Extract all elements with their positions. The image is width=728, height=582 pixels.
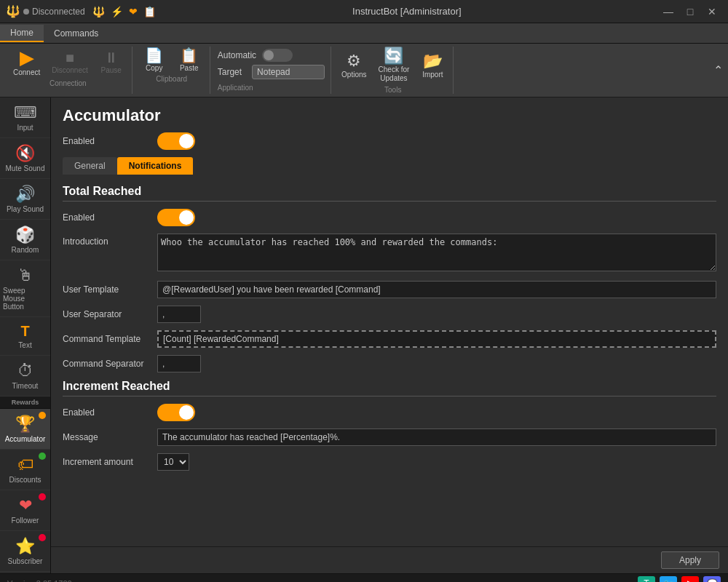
total-reached-toggle-knob xyxy=(179,210,194,225)
paste-button[interactable]: 📋 Paste xyxy=(173,47,205,73)
title-status-icons: 🔱 ⚡ ❤ 📋 xyxy=(92,6,156,17)
import-button[interactable]: 📂 Import xyxy=(416,52,448,80)
sidebar-item-follower[interactable]: ❤ Follower xyxy=(0,490,50,531)
sidebar-item-timeout[interactable]: ⏱ Timeout xyxy=(0,356,50,396)
sidebar-item-discounts-label: Discounts xyxy=(9,476,41,484)
sidebar-item-timeout-label: Timeout xyxy=(12,382,39,390)
menu-item-home[interactable]: Home xyxy=(0,25,44,42)
disconnect-button[interactable]: ■ Disconnect xyxy=(47,49,92,76)
sidebar-item-accumulator[interactable]: 🏆 Accumulator xyxy=(0,409,50,450)
subscriber-icon: ⭐ xyxy=(15,537,35,556)
message-input[interactable] xyxy=(157,428,716,446)
connect-button[interactable]: ▶ Connect xyxy=(9,47,44,78)
content-area: Accumulator Enabled General Notification… xyxy=(51,97,728,546)
sidebar-item-mute-label: Mute Sound xyxy=(6,164,45,172)
pause-icon: ⏸ xyxy=(104,50,119,65)
close-button[interactable]: ✕ xyxy=(702,1,722,22)
automatic-label: Automatic xyxy=(218,50,256,60)
play-sound-icon: 🔊 xyxy=(15,185,35,204)
pause-button[interactable]: ⏸ Pause xyxy=(95,49,127,76)
discounts-icon: 🏷 xyxy=(17,455,33,474)
follower-badge xyxy=(39,493,46,501)
introduction-wrapper xyxy=(157,234,716,274)
sidebar-item-subscriber[interactable]: ⭐ Subscriber xyxy=(0,531,50,572)
sidebar-item-random[interactable]: 🎲 Random xyxy=(0,220,50,260)
introduction-textarea[interactable] xyxy=(157,234,716,271)
copy-button[interactable]: 📄 Copy xyxy=(138,47,170,73)
message-row: Message xyxy=(63,428,716,446)
icon-bolt: ⚡ xyxy=(111,6,123,17)
increment-reached-enabled-row: Enabled xyxy=(63,404,716,421)
toolbar-collapse-button[interactable]: ⌃ xyxy=(708,44,728,97)
tab-general[interactable]: General xyxy=(63,157,117,175)
sidebar: ⌨ Input 🔇 Mute Sound 🔊 Play Sound 🎲 Rand… xyxy=(0,97,51,573)
user-separator-input[interactable] xyxy=(157,306,201,323)
toolbar-connection-group: ▶ Connect ■ Disconnect ⏸ Pause Connectio… xyxy=(4,47,132,94)
import-label: Import xyxy=(422,71,443,79)
version-label: Version 3.05.1720 xyxy=(7,579,72,583)
rewards-section-label: Rewards xyxy=(0,396,50,409)
apply-button[interactable]: Apply xyxy=(661,551,719,569)
tab-notifications[interactable]: Notifications xyxy=(117,157,194,175)
input-icon: ⌨ xyxy=(14,103,37,122)
introduction-row: Introduction xyxy=(63,234,716,274)
copy-label: Copy xyxy=(146,64,162,72)
command-separator-input[interactable] xyxy=(157,355,201,372)
enabled-row: Enabled xyxy=(63,132,716,150)
discord-icon-box[interactable]: 💬 xyxy=(703,576,721,583)
app-logo-icon: 🔱 xyxy=(6,4,20,18)
sidebar-item-text-label: Text xyxy=(18,341,31,349)
user-template-label: User Template xyxy=(63,284,157,295)
increment-reached-title: Increment Reached xyxy=(63,380,716,396)
automatic-toggle[interactable] xyxy=(262,49,293,62)
main-layout: ⌨ Input 🔇 Mute Sound 🔊 Play Sound 🎲 Rand… xyxy=(0,97,728,573)
sidebar-item-sweep-mouse-button[interactable]: 🖱 Sweep Mouse Button xyxy=(0,260,50,317)
command-template-label: Command Template xyxy=(63,334,157,344)
window-controls: — □ ✕ xyxy=(658,1,722,22)
enabled-label: Enabled xyxy=(63,136,157,146)
apply-bar: Apply xyxy=(51,546,728,573)
random-icon: 🎲 xyxy=(15,226,35,244)
sidebar-item-play-label: Play Sound xyxy=(7,205,44,213)
user-separator-row: User Separator xyxy=(63,306,716,323)
increment-amount-select[interactable]: 10 5 25 50 xyxy=(157,453,189,471)
options-icon: ⚙ xyxy=(347,53,361,69)
sidebar-item-subscriber-label: Subscriber xyxy=(8,557,43,565)
total-reached-enabled-toggle[interactable] xyxy=(157,209,195,226)
toolbar-clipboard-group: 📄 Copy 📋 Paste Clipboard xyxy=(134,47,210,94)
twitter-icon-box[interactable]: 🐦 xyxy=(660,576,677,583)
sidebar-item-mute-sound[interactable]: 🔇 Mute Sound xyxy=(0,138,50,179)
status-bar: Version 3.05.1720 T 🐦 ▶ 💬 xyxy=(0,573,728,582)
title-bar: 🔱 Disconnected 🔱 ⚡ ❤ 📋 InstructBot [Admi… xyxy=(0,0,728,23)
user-template-input[interactable] xyxy=(157,281,716,298)
menu-item-commands[interactable]: Commands xyxy=(44,25,108,41)
page-title: Accumulator xyxy=(63,106,716,125)
sidebar-item-input[interactable]: ⌨ Input xyxy=(0,97,50,138)
maximize-button[interactable]: □ xyxy=(680,1,700,22)
sidebar-item-play-sound[interactable]: 🔊 Play Sound xyxy=(0,179,50,220)
twitch-icon-box[interactable]: T xyxy=(638,576,655,583)
mute-sound-icon: 🔇 xyxy=(15,144,35,163)
tabs-row: General Notifications xyxy=(63,157,716,175)
menu-bar: Home Commands xyxy=(0,23,728,44)
sidebar-item-text[interactable]: T Text xyxy=(0,317,50,356)
user-template-row: User Template xyxy=(63,281,716,298)
disconnected-label: Disconnected xyxy=(32,7,85,17)
command-template-input[interactable] xyxy=(157,330,716,348)
target-select[interactable]: Notepad xyxy=(252,65,325,79)
minimize-button[interactable]: — xyxy=(658,1,678,22)
sidebar-item-discounts[interactable]: 🏷 Discounts xyxy=(0,450,50,490)
options-button[interactable]: ⚙ Options xyxy=(337,52,371,80)
pause-label: Pause xyxy=(101,66,122,74)
status-dot xyxy=(23,9,29,15)
enabled-toggle[interactable] xyxy=(157,132,195,150)
sidebar-item-follower-label: Follower xyxy=(12,517,39,525)
sidebar-item-sweep-label: Sweep Mouse Button xyxy=(3,287,47,311)
options-label: Options xyxy=(341,71,366,79)
increment-reached-enabled-toggle[interactable] xyxy=(157,404,195,421)
youtube-icon-box[interactable]: ▶ xyxy=(681,576,699,583)
increment-reached-enabled-label: Enabled xyxy=(63,407,157,418)
check-for-updates-button[interactable]: 🔄 Check forUpdates xyxy=(374,47,414,84)
sidebar-item-accumulator-label: Accumulator xyxy=(5,435,46,443)
increment-reached-toggle-knob xyxy=(179,405,194,420)
